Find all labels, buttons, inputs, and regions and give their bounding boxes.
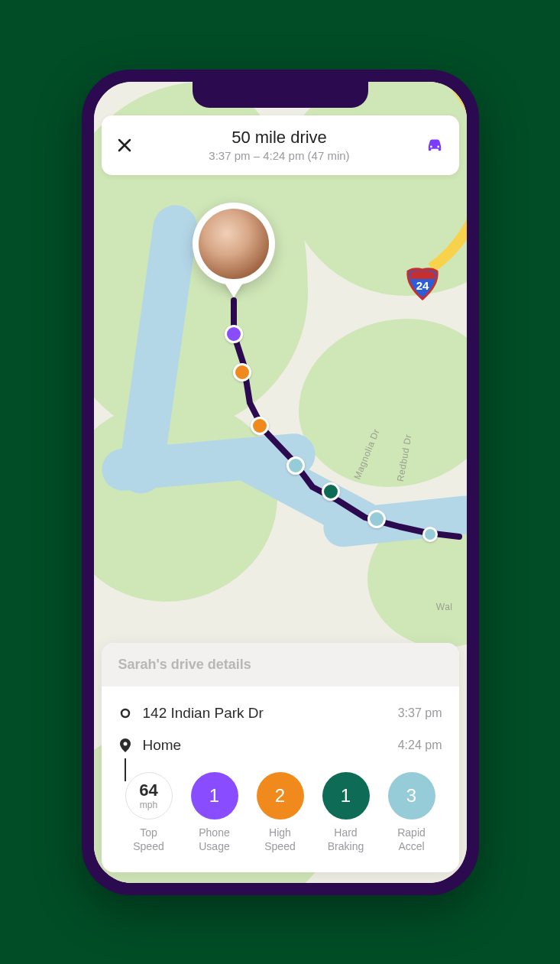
pin-tail — [223, 281, 244, 297]
stat-hard-braking[interactable]: 1 Hard Braking — [316, 772, 377, 853]
stat-chip: 2 — [257, 772, 304, 820]
stat-unit: mph — [140, 800, 157, 810]
route-event-high-speed[interactable] — [251, 417, 269, 435]
street-label: Wal — [436, 602, 453, 612]
close-button[interactable] — [114, 135, 135, 156]
stat-label: Hard Braking — [328, 826, 364, 853]
stat-value: 64 — [139, 782, 157, 799]
car-icon — [424, 135, 445, 154]
trip-end-row[interactable]: Home 4:24 pm — [118, 732, 442, 764]
svg-text:24: 24 — [416, 279, 429, 292]
route-event-phone-usage[interactable] — [225, 325, 243, 343]
drive-details-card: Sarah's drive details 142 Indian Park Dr… — [102, 643, 459, 871]
header-title: 50 mile drive — [135, 128, 424, 148]
stat-high-speed[interactable]: 2 High Speed — [250, 772, 311, 853]
card-heading: Sarah's drive details — [102, 643, 459, 686]
driver-avatar — [199, 209, 269, 279]
route-event-high-speed[interactable] — [233, 363, 251, 381]
trip-start-icon — [118, 708, 132, 719]
route-event-hard-braking[interactable] — [322, 482, 340, 501]
header-subtitle: 3:37 pm – 4:24 pm (47 min) — [135, 149, 424, 162]
svg-point-4 — [123, 742, 127, 746]
header-bar: 50 mile drive 3:37 pm – 4:24 pm (47 min) — [102, 115, 459, 175]
screen: Magnolia Dr Redbud Dr Wal 24 — [94, 82, 467, 883]
avatar-bubble — [193, 203, 275, 285]
stat-chip: 64 mph — [125, 772, 173, 820]
driver-location-pin[interactable] — [193, 203, 275, 285]
trip-type-button[interactable] — [424, 135, 447, 155]
trip-start-time: 3:37 pm — [398, 706, 442, 720]
trip-end-time: 4:24 pm — [398, 738, 442, 752]
stat-label: Rapid Accel — [397, 826, 426, 853]
phone-notch — [193, 80, 368, 108]
route-event-rapid-accel[interactable] — [367, 510, 386, 528]
trip-end-icon — [118, 738, 132, 752]
stat-label: Top Speed — [133, 826, 163, 853]
stat-label: High Speed — [264, 826, 295, 853]
stat-rapid-accel[interactable]: 3 Rapid Accel — [381, 772, 442, 853]
trip-end-label: Home — [143, 737, 387, 754]
map-terrain — [94, 403, 277, 602]
stat-label: Phone Usage — [199, 826, 229, 853]
header-titles: 50 mile drive 3:37 pm – 4:24 pm (47 min) — [135, 128, 424, 162]
phone-frame: Magnolia Dr Redbud Dr Wal 24 — [82, 70, 479, 895]
trip-connector-line — [125, 758, 126, 781]
route-event-rapid-accel[interactable] — [286, 456, 305, 475]
trip-start-row[interactable]: 142 Indian Park Dr 3:37 pm — [118, 700, 442, 732]
svg-point-3 — [121, 709, 129, 717]
close-icon — [117, 138, 132, 153]
stat-chip: 1 — [322, 772, 370, 820]
trip-start-label: 142 Indian Park Dr — [143, 705, 387, 722]
svg-point-2 — [437, 145, 439, 148]
interstate-shield-icon: 24 — [405, 265, 440, 300]
svg-point-1 — [429, 145, 432, 148]
stats-row: 64 mph Top Speed 1 Phone Usage 2 High Sp… — [118, 764, 442, 867]
stat-chip: 3 — [388, 772, 435, 820]
stat-phone-usage[interactable]: 1 Phone Usage — [184, 772, 245, 853]
route-event-rapid-accel[interactable] — [422, 527, 438, 542]
map-terrain — [299, 319, 467, 487]
stat-top-speed[interactable]: 64 mph Top Speed — [118, 772, 180, 853]
stat-chip: 1 — [191, 772, 238, 820]
